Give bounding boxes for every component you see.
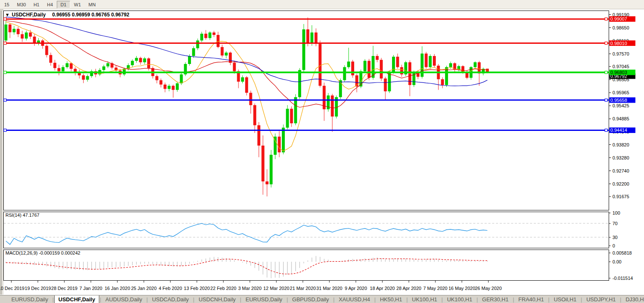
chart-tab-hk50-h1[interactable]: HK50,H1 — [376, 295, 406, 303]
candle-body — [376, 56, 379, 60]
candle-body — [351, 61, 354, 75]
candle-body — [61, 67, 64, 71]
candle-body — [53, 63, 56, 68]
candle-body — [294, 97, 297, 123]
price-tick-label: 0.97570 — [612, 51, 629, 56]
candle-body — [25, 32, 28, 38]
timeframe-button-mn[interactable]: MN — [85, 1, 99, 8]
hline-handle[interactable] — [4, 42, 6, 45]
date-label: 3 Mar 2020 — [238, 286, 262, 291]
candle-body — [33, 37, 36, 43]
candle-body — [225, 53, 228, 56]
candle-body — [221, 47, 224, 56]
candle-body — [212, 32, 215, 35]
hline-handle[interactable] — [605, 129, 607, 131]
chart-tab-bar: EURUSD,Daily|USDCHF,Daily|AUDUSD,Daily|U… — [0, 295, 644, 303]
candle-body — [13, 29, 16, 32]
price-tick-label: 0.94885 — [612, 116, 629, 121]
candle-body — [172, 86, 175, 90]
candle-body — [241, 77, 244, 82]
chart-tab-gbpusd-daily[interactable]: GBPUSD,Daily — [289, 295, 333, 303]
date-label: 22 Feb 2020 — [210, 286, 236, 291]
hline-handle[interactable] — [4, 18, 6, 20]
rsi-axis-label: 30 — [612, 235, 617, 240]
candle-body — [204, 34, 207, 38]
hline-handle[interactable] — [605, 42, 607, 45]
price-line-badge-label: 0.96803 — [610, 70, 627, 75]
candle-body — [396, 57, 399, 67]
candle-body — [265, 181, 268, 184]
candle-body — [45, 46, 48, 55]
candle-body — [388, 72, 391, 91]
chart-tab-usoil-h1[interactable]: USOil,H1 — [550, 295, 580, 303]
date-label: 9 Apr 2020 — [345, 286, 367, 291]
rsi-panel[interactable] — [4, 212, 609, 248]
chart-tab-ger30-h1[interactable]: GER30,H1 — [478, 295, 512, 303]
mt4-window: 15M30H1H4D1W1MN 0.991900.986500.981100.9… — [0, 0, 644, 303]
candle-body — [8, 24, 11, 32]
candle-body — [400, 67, 403, 74]
hline-handle[interactable] — [4, 99, 6, 101]
rsi-axis-label: 0 — [612, 243, 615, 248]
date-label: 21 Mar 2020 — [290, 286, 316, 291]
chart-tab-dj30-h1[interactable]: DJ30,H1 — [622, 295, 644, 303]
candle-body — [429, 56, 432, 67]
candle-body — [363, 61, 366, 72]
candle-body — [159, 80, 162, 85]
timeframe-button-h4[interactable]: H4 — [43, 1, 57, 8]
timeframe-button-m30[interactable]: M30 — [13, 1, 29, 8]
candle-body — [278, 137, 281, 152]
hline-handle[interactable] — [605, 18, 607, 20]
price-tick-label: 0.91675 — [612, 194, 629, 199]
candle-body — [245, 77, 248, 93]
chart-tab-usdjpy-h1[interactable]: USDJPY,H1 — [583, 295, 620, 303]
timeframe-button-d1[interactable]: D1 — [57, 1, 70, 8]
chart-tab-usdchf-daily[interactable]: USDCHF,Daily — [54, 295, 99, 303]
chart-tab-usdcnh-daily[interactable]: USDCNH,Daily — [195, 295, 239, 303]
candle-body — [102, 66, 105, 70]
chart-tab-audusd-daily[interactable]: AUDUSD,Daily — [102, 295, 146, 303]
chart-tab-eurusd-daily[interactable]: EURUSD,Daily — [8, 295, 52, 303]
chart-tab-uk100-h1[interactable]: UK100,H1 — [408, 295, 441, 303]
price-tick-label: 0.92740 — [612, 168, 629, 173]
timeframe-button-w1[interactable]: W1 — [70, 1, 85, 8]
hline-handle[interactable] — [605, 71, 607, 74]
chart-title-symbol: USDCHF,Daily — [12, 12, 46, 18]
chart-title-ohlc: 0.96955 0.96959 0.96765 0.96792 — [52, 12, 130, 18]
timeframe-button-h1[interactable]: H1 — [30, 1, 43, 8]
chart-tab-uk100-h1[interactable]: UK100,H1 — [443, 295, 476, 303]
chart-tab-eurusd-daily[interactable]: EURUSD,Daily — [242, 295, 286, 303]
candle-body — [331, 96, 334, 117]
main-chart-panel[interactable] — [4, 11, 609, 210]
chart-tab-xauusd-h4[interactable]: XAUUSD,H4 — [335, 295, 374, 303]
date-label: 18 Apr 2020 — [370, 286, 395, 291]
candle-body — [164, 85, 167, 89]
candle-body — [82, 75, 85, 80]
hline-handle[interactable] — [4, 129, 6, 131]
chart-tab-fra40-h1[interactable]: FRA40,H1 — [514, 295, 548, 303]
candle-body — [209, 32, 212, 38]
chart-area[interactable]: 0.991900.986500.981100.975700.970450.965… — [0, 9, 644, 295]
candle-body — [176, 83, 179, 90]
hline-handle[interactable] — [605, 99, 607, 101]
date-label: 4 Feb 2020 — [159, 286, 182, 291]
candle-body — [257, 125, 260, 146]
candle-body — [49, 55, 52, 63]
date-axis[interactable]: 10 Dec 201919 Dec 201928 Dec 20197 Jan 2… — [0, 281, 502, 291]
candle-body — [282, 128, 285, 152]
date-label: 12 Mar 2020 — [263, 286, 289, 291]
macd-panel[interactable] — [4, 250, 609, 281]
candle-body — [217, 35, 220, 47]
candle-body — [58, 68, 61, 71]
object-arrow-icon[interactable]: ▼ — [5, 12, 10, 17]
date-label: 10 Dec 2019 — [0, 286, 24, 291]
candle-body — [147, 58, 150, 68]
chart-tab-usdcad-daily[interactable]: USDCAD,Daily — [148, 295, 192, 303]
hline-handle[interactable] — [4, 71, 6, 74]
candle-body — [441, 79, 444, 85]
price-line-badge-label: 0.99007 — [610, 16, 627, 21]
timeframe-button-15[interactable]: 15 — [0, 1, 13, 8]
candle-body — [17, 29, 20, 35]
candle-body — [380, 60, 383, 78]
price-tick-label: 0.95965 — [612, 90, 629, 95]
